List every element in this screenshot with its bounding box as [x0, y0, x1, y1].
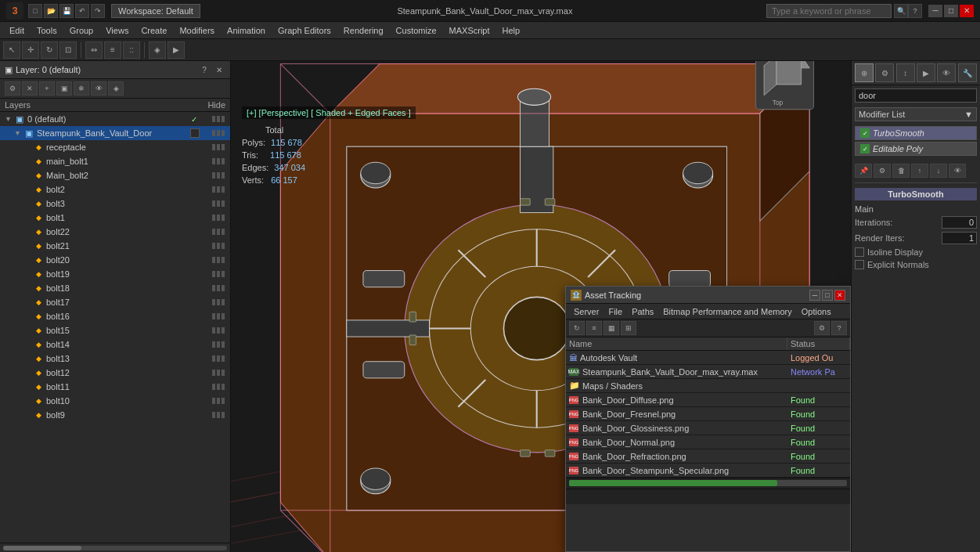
menu-rendering[interactable]: Rendering — [337, 24, 390, 37]
list-item[interactable]: ▼ ▣ 0 (default) ✓ — [0, 112, 230, 126]
layers-tb-hide[interactable]: 👁 — [91, 81, 106, 96]
at-menu-file[interactable]: File — [603, 306, 627, 317]
modifier-item-editablepoly[interactable]: ✓ Editable Poly — [855, 142, 977, 156]
table-row[interactable]: PNG Bank_Door_Steampunk_Specular.png Fou… — [566, 464, 850, 478]
table-row[interactable]: PNG Bank_Door_Normal.png Found — [566, 435, 850, 449]
layers-tb-settings[interactable]: ⚙ — [5, 81, 20, 96]
table-row[interactable]: MAX Steampunk_Bank_Vault_Door_max_vray.m… — [566, 365, 850, 379]
isoline-checkbox[interactable] — [855, 247, 864, 257]
layers-list[interactable]: ▼ ▣ 0 (default) ✓ ▼ ▣ Steampunk_Bank_Vau… — [0, 112, 230, 543]
tab-create[interactable]: ⊕ — [855, 63, 874, 82]
list-item[interactable]: ◆ bolt15 — [0, 323, 230, 337]
layers-tb-freeze[interactable]: ❄ — [74, 81, 89, 96]
tab-display[interactable]: 👁 — [937, 63, 956, 82]
menu-tools[interactable]: Tools — [31, 24, 63, 37]
new-btn[interactable]: □ — [28, 4, 42, 18]
maximize-button[interactable]: □ — [944, 5, 958, 17]
at-restore-btn[interactable]: □ — [822, 290, 833, 301]
menu-customize[interactable]: Customize — [390, 24, 443, 37]
scale-btn[interactable]: ⊡ — [59, 41, 77, 59]
modifier-list-dropdown[interactable]: Modifier List ▼ — [855, 107, 977, 121]
mod-delete-btn[interactable]: 🗑 — [892, 164, 910, 178]
save-btn[interactable]: 💾 — [59, 4, 74, 18]
render-btn[interactable]: ▶ — [168, 41, 185, 59]
menu-group[interactable]: Group — [63, 24, 100, 37]
tab-modify[interactable]: ⚙ — [875, 63, 894, 82]
undo-btn[interactable]: ↶ — [75, 4, 89, 18]
list-item[interactable]: ◆ bolt17 — [0, 295, 230, 309]
list-item[interactable]: ◆ bolt13 — [0, 352, 230, 366]
at-table[interactable]: 🏛 Autodesk Vault Logged Ou MAX Steampunk… — [566, 351, 850, 478]
tab-utilities[interactable]: 🔧 — [958, 63, 977, 82]
table-row[interactable]: PNG Bank_Door_Fresnel.png Found — [566, 407, 850, 421]
redo-btn[interactable]: ↷ — [91, 4, 105, 18]
mirror-btn[interactable]: ⇔ — [85, 41, 103, 59]
at-menu-server[interactable]: Server — [569, 306, 603, 317]
list-item[interactable]: ◆ bolt10 — [0, 394, 230, 408]
help-icon[interactable]: ? — [908, 4, 922, 18]
list-item[interactable]: ◆ bolt11 — [0, 380, 230, 394]
align-btn[interactable]: ≡ — [104, 41, 121, 59]
list-item[interactable]: ◆ bolt1 — [0, 211, 230, 225]
list-item[interactable]: ◆ bolt19 — [0, 267, 230, 281]
menu-create[interactable]: Create — [135, 24, 173, 37]
menu-animation[interactable]: Animation — [221, 24, 272, 37]
menu-graph-editors[interactable]: Graph Editors — [272, 24, 337, 37]
minimize-button[interactable]: ─ — [928, 5, 942, 17]
modifier-search-input[interactable]: door — [855, 88, 977, 103]
material-btn[interactable]: ◈ — [149, 41, 166, 59]
iterations-input[interactable]: 0 — [942, 216, 977, 229]
list-item[interactable]: ◆ main_bolt1 — [0, 154, 230, 168]
select-btn[interactable]: ↖ — [3, 41, 20, 59]
mod-down-btn[interactable]: ↓ — [930, 164, 947, 178]
move-btn[interactable]: ✛ — [22, 41, 39, 59]
list-item[interactable]: ◆ receptacle — [0, 140, 230, 154]
at-menu-bitmap[interactable]: Bitmap Performance and Memory — [658, 306, 796, 317]
viewport[interactable]: [+] [Perspective] [ Shaded + Edged Faces… — [231, 61, 851, 552]
list-item[interactable]: ◆ bolt18 — [0, 281, 230, 295]
list-item[interactable]: ◆ bolt16 — [0, 309, 230, 323]
at-menu-paths[interactable]: Paths — [627, 306, 658, 317]
mod-pin-btn[interactable]: 📌 — [855, 164, 872, 178]
layers-tb-select[interactable]: ▣ — [56, 81, 72, 96]
at-tb-help[interactable]: ? — [831, 321, 847, 335]
render-iters-input[interactable]: 1 — [942, 232, 977, 244]
table-row[interactable]: PNG Bank_Door_Diffuse.png Found — [566, 393, 850, 407]
mod-up-btn[interactable]: ↑ — [911, 164, 928, 178]
list-item[interactable]: ◆ bolt21 — [0, 239, 230, 253]
layers-panel-question[interactable]: ? — [198, 63, 211, 76]
list-item[interactable]: ◆ bolt20 — [0, 253, 230, 267]
tab-hierarchy[interactable]: ↕ — [896, 63, 915, 82]
list-item[interactable]: ◆ bolt3 — [0, 197, 230, 211]
menu-views[interactable]: Views — [99, 24, 135, 37]
tab-motion[interactable]: ▶ — [917, 63, 935, 82]
close-button[interactable]: ✕ — [960, 5, 974, 17]
layers-scrollbar[interactable] — [0, 543, 230, 552]
menu-help[interactable]: Help — [496, 24, 527, 37]
at-tb-settings[interactable]: ⚙ — [814, 321, 830, 335]
array-btn[interactable]: :: — [123, 41, 140, 59]
list-item[interactable]: ◆ Main_bolt2 — [0, 168, 230, 182]
table-row[interactable]: 📁 Maps / Shaders — [566, 379, 850, 393]
modifier-visibility-check[interactable]: ✓ — [860, 144, 870, 153]
at-minimize-btn[interactable]: ─ — [809, 290, 820, 301]
keyword-search[interactable] — [766, 4, 892, 18]
search-icon[interactable]: 🔍 — [894, 4, 908, 18]
table-row[interactable]: PNG Bank_Door_Glossiness.png Found — [566, 421, 850, 435]
modifier-item-turbosmooth[interactable]: ✓ TurboSmooth — [855, 126, 977, 140]
table-row[interactable]: PNG Bank_Door_Refraction.png Found — [566, 449, 850, 464]
modifier-visibility-check[interactable]: ✓ — [860, 128, 870, 138]
layers-tb-render[interactable]: ◈ — [108, 81, 124, 96]
list-item[interactable]: ◆ bolt22 — [0, 225, 230, 239]
mod-show-btn[interactable]: 👁 — [949, 164, 966, 178]
at-tb-refresh[interactable]: ↻ — [569, 321, 585, 335]
rotate-btn[interactable]: ↻ — [41, 41, 58, 59]
layers-panel-close[interactable]: ✕ — [213, 63, 225, 76]
list-item[interactable]: ◆ bolt9 — [0, 408, 230, 422]
layers-tb-delete[interactable]: ✕ — [22, 81, 38, 96]
at-menu-options[interactable]: Options — [797, 306, 836, 317]
mod-configure-btn[interactable]: ⚙ — [874, 164, 891, 178]
list-item[interactable]: ◆ bolt12 — [0, 366, 230, 380]
list-item[interactable]: ◆ bolt14 — [0, 337, 230, 352]
table-row[interactable]: 🏛 Autodesk Vault Logged Ou — [566, 351, 850, 365]
